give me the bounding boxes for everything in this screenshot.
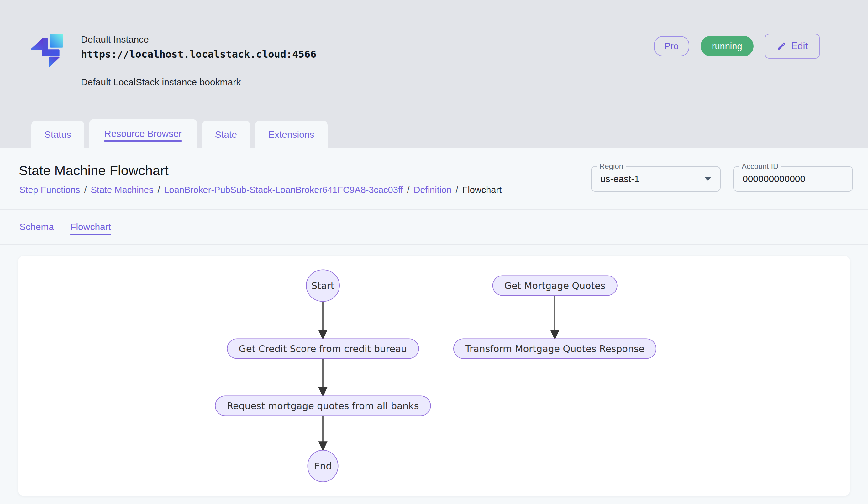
breadcrumb-flowchart: Flowchart (462, 185, 502, 195)
main-tabs: Status Resource Browser State Extensions (31, 119, 328, 149)
tab-state[interactable]: State (202, 121, 250, 149)
header-actions: Pro running Edit (654, 33, 820, 59)
instance-name: Default Instance (81, 33, 316, 46)
dropdown-arrow-icon (704, 177, 711, 181)
region-select[interactable]: Region us-east-1 (591, 166, 721, 192)
account-id-field[interactable]: Account ID 000000000000 (733, 166, 853, 192)
subtab-schema[interactable]: Schema (19, 222, 54, 232)
flowchart-node-request-quotes: Request mortgage quotes from all banks (215, 396, 431, 416)
tab-status[interactable]: Status (31, 121, 84, 149)
subtab-flowchart[interactable]: Flowchart (70, 222, 111, 232)
flowchart-node-get-mortgage-quotes: Get Mortgage Quotes (493, 275, 618, 296)
flowchart-node-end: End (308, 450, 339, 482)
scope-controls: Region us-east-1 Account ID 000000000000 (591, 166, 853, 192)
account-id-label: Account ID (739, 162, 781, 171)
definition-subtabs: Schema Flowchart (19, 209, 111, 244)
flowchart-node-transform-response: Transform Mortgage Quotes Response (453, 339, 657, 359)
breadcrumb-separator: / (157, 185, 160, 195)
divider (0, 209, 868, 210)
account-id-value: 000000000000 (743, 173, 805, 184)
panel-header: State Machine Flowchart Step Functions /… (0, 149, 868, 209)
node-label: End (314, 461, 332, 472)
breadcrumb-state-machine-name[interactable]: LoanBroker-PubSub-Stack-LoanBroker641FC9… (164, 185, 403, 195)
resource-browser-panel: State Machine Flowchart Step Functions /… (0, 149, 868, 504)
instance-header: Default Instance https://localhost.local… (0, 0, 868, 149)
localstack-app: Default Instance https://localhost.local… (0, 0, 868, 504)
page-title: State Machine Flowchart (19, 163, 169, 178)
breadcrumb-definition[interactable]: Definition (414, 185, 452, 195)
node-label: Request mortgage quotes from all banks (227, 401, 419, 411)
breadcrumb-separator: / (84, 185, 86, 195)
tab-extensions[interactable]: Extensions (255, 121, 328, 149)
flowchart-card: Start Get Credit Score from credit burea… (18, 256, 850, 496)
flowchart-node-get-credit-score: Get Credit Score from credit bureau (227, 339, 419, 359)
instance-info: Default Instance https://localhost.local… (81, 33, 316, 89)
pro-badge: Pro (654, 36, 689, 56)
region-value: us-east-1 (600, 173, 640, 184)
edit-button[interactable]: Edit (765, 33, 820, 59)
breadcrumb-state-machines[interactable]: State Machines (91, 185, 154, 195)
divider (0, 244, 868, 245)
node-label: Get Mortgage Quotes (504, 280, 606, 291)
edit-button-label: Edit (791, 40, 808, 52)
node-label: Transform Mortgage Quotes Response (465, 343, 644, 354)
localstack-logo-icon (28, 30, 65, 72)
breadcrumb-step-functions[interactable]: Step Functions (19, 185, 80, 195)
breadcrumb-separator: / (407, 185, 410, 195)
breadcrumb: Step Functions / State Machines / LoanBr… (19, 185, 502, 195)
region-label: Region (597, 162, 626, 171)
breadcrumb-separator: / (455, 185, 458, 195)
flowchart-node-start: Start (306, 270, 340, 302)
instance-description: Default LocalStack instance bookmark (81, 76, 316, 89)
node-label: Get Credit Score from credit bureau (239, 343, 407, 354)
node-label: Start (311, 280, 334, 291)
flowchart-edges (18, 256, 850, 496)
instance-url: https://localhost.localstack.cloud:4566 (81, 47, 316, 61)
pencil-icon (777, 41, 786, 51)
tab-resource-browser[interactable]: Resource Browser (89, 119, 197, 149)
status-badge: running (701, 36, 754, 57)
